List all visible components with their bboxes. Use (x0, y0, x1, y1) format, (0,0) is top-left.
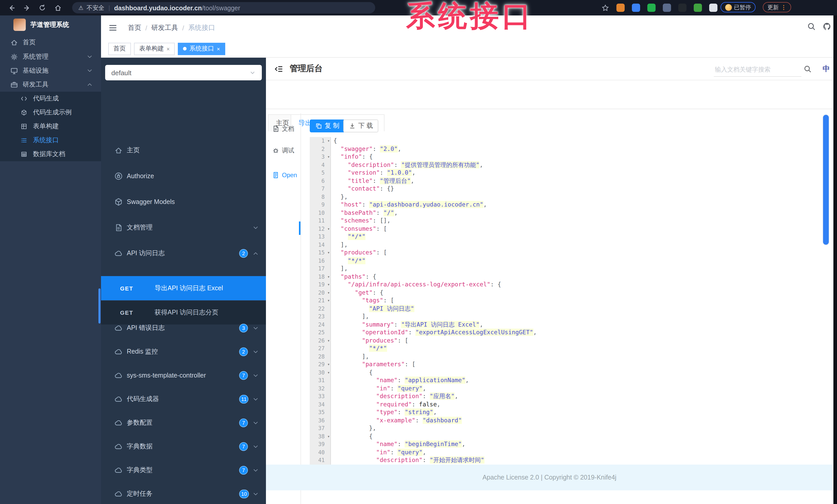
fold-caret-icon[interactable]: ▾ (327, 289, 330, 297)
ext-dark-gh[interactable] (678, 4, 687, 12)
swagger-item-2[interactable]: Swagger Models (101, 192, 266, 212)
code-line: "tags": [ (334, 297, 828, 305)
swagger-item-9[interactable]: sys-sms-template-controller7 (101, 365, 266, 386)
fold-caret-icon[interactable]: ▾ (327, 360, 330, 369)
address-bar[interactable]: ⚠ 不安全 | dashboard.yudao.iocoder.cn/tool/… (72, 2, 375, 13)
swagger-item-3[interactable]: 文档管理 (101, 217, 266, 238)
line-number: 12▾ (310, 225, 331, 233)
ext-light-star[interactable] (709, 4, 717, 12)
editor-gutter: 1▾23▾456789101112▾131415▾161718▾19▾20▾21… (310, 137, 331, 465)
tag-表单构建[interactable]: 表单构建× (134, 42, 175, 55)
breadcrumb-item[interactable]: 研发工具 (151, 23, 178, 33)
collapse-menu-icon[interactable] (274, 64, 283, 74)
fold-caret-icon[interactable]: ▾ (327, 337, 330, 344)
sidebar-scrollbar[interactable] (99, 288, 101, 323)
ext-slate-puzzle[interactable] (663, 4, 671, 12)
token-s: "dashboard" (423, 416, 462, 424)
fold-caret-icon[interactable]: ▾ (327, 137, 330, 145)
sidebar-subitem-1[interactable]: 代码生成示例 (0, 106, 101, 119)
doc-search-input[interactable] (714, 63, 801, 77)
hamburger-icon[interactable] (108, 23, 118, 33)
count-badge: 7 (239, 442, 248, 451)
sidebar-item-2[interactable]: 基础设施 (0, 63, 101, 77)
swagger-item-14[interactable]: 定时任务10 (101, 484, 266, 504)
sidebar-item-3[interactable]: 研发工具 (0, 77, 101, 91)
back-icon[interactable] (6, 3, 17, 13)
ext-blue-drop[interactable] (632, 4, 640, 12)
language-toggle-icon[interactable]: 中 (823, 64, 830, 74)
doc-nav-调试[interactable]: 调试 (266, 144, 300, 156)
json-editor[interactable]: 1▾23▾456789101112▾131415▾161718▾19▾20▾21… (310, 137, 833, 465)
swagger-item-13[interactable]: 字典类型7 (101, 460, 266, 481)
sidebar-subitem-label: 数据库文档 (33, 150, 65, 158)
sidebar-item-label: 基础设施 (23, 66, 49, 75)
swagger-item-1[interactable]: Authorize (101, 166, 266, 186)
fold-caret-icon[interactable]: ▾ (327, 225, 330, 233)
search-icon[interactable] (807, 22, 816, 32)
swagger-item-8[interactable]: Redis 监控2 (101, 341, 266, 362)
close-icon[interactable]: × (166, 45, 170, 52)
swagger-item-0[interactable]: 主页 (101, 140, 266, 161)
swagger-item-4[interactable]: API 访问日志2 (101, 243, 266, 264)
bookmark-star-icon[interactable] (600, 3, 610, 13)
ext-green-circle[interactable] (647, 4, 656, 12)
home-icon[interactable] (53, 3, 63, 13)
sidebar-item-label: 研发工具 (23, 80, 49, 89)
fold-caret-icon[interactable]: ▾ (327, 369, 330, 376)
page-scrollbar[interactable] (823, 114, 829, 245)
swagger-item-12[interactable]: 字典数据7 (101, 436, 266, 457)
download-button[interactable]: 下 载 (343, 119, 378, 132)
swagger-item-10[interactable]: 代码生成器11 (101, 389, 266, 410)
sidebar-subitem-4[interactable]: 数据库文档 (0, 147, 101, 161)
reload-icon[interactable] (37, 3, 48, 13)
fold-caret-icon[interactable]: ▾ (327, 249, 330, 257)
token-k: "produces" (341, 249, 376, 256)
sidebar-subitem-3[interactable]: 系统接口 (0, 133, 101, 147)
sidebar-item-1[interactable]: 系统管理 (0, 50, 101, 63)
ext-orange[interactable] (617, 4, 625, 12)
close-icon[interactable]: × (217, 45, 220, 52)
code-line: "contact": {} (334, 185, 828, 193)
breadcrumb-item[interactable]: 首页 (128, 23, 141, 33)
fold-caret-icon[interactable]: ▾ (327, 153, 330, 161)
sidebar-item-home[interactable]: 首页 (0, 36, 101, 50)
token-k: "required" (376, 400, 412, 408)
paused-extension-button[interactable]: 已暂停 (720, 2, 755, 12)
doc-search-icon[interactable] (803, 65, 812, 73)
fold-caret-icon[interactable]: ▾ (327, 273, 330, 281)
doc-nav-Open[interactable]: Open (266, 169, 300, 181)
forward-icon[interactable] (22, 3, 32, 13)
api-endpoint-5[interactable]: GET导出API 访问日志 Excel (101, 276, 266, 300)
code-line: ], (334, 265, 828, 273)
home-icon (114, 146, 123, 154)
update-browser-button[interactable]: 更新 ⋮ (763, 2, 791, 12)
github-icon[interactable] (823, 22, 832, 32)
tag-首页[interactable]: 首页 (108, 42, 131, 55)
doc-nav-label: 文档 (282, 125, 294, 133)
app-logo[interactable]: 芋道管理系统 (0, 16, 101, 34)
count-badge: 2 (239, 348, 248, 356)
tag-系统接口[interactable]: 系统接口× (178, 42, 225, 55)
fold-caret-icon[interactable]: ▾ (327, 432, 330, 441)
code-line: { (334, 369, 828, 376)
sidebar-subitem-0[interactable]: 代码生成 (0, 92, 101, 106)
code-line: "*/*" (334, 257, 828, 265)
token-p: ], (362, 353, 369, 360)
line-number: 23 (310, 313, 331, 321)
line-number: 30▾ (310, 369, 331, 376)
sidebar-subitem-2[interactable]: 表单构建 (0, 119, 101, 133)
fold-caret-icon[interactable]: ▾ (327, 281, 330, 289)
window-edge (833, 16, 837, 504)
swagger-item-7[interactable]: API 错误日志3 (101, 318, 266, 338)
group-select[interactable]: default (105, 65, 262, 80)
fold-caret-icon[interactable]: ▾ (327, 297, 330, 305)
line-number: 37 (310, 425, 331, 432)
copy-button[interactable]: 复 制 (310, 119, 345, 132)
ext-green-alien[interactable] (694, 4, 702, 12)
swagger-item-11[interactable]: 参数配置7 (101, 413, 266, 433)
token-p: , (423, 385, 426, 392)
token-p: ], (362, 313, 369, 320)
doc-nav-文档[interactable]: 文档 (266, 123, 300, 135)
http-method: GET (120, 285, 133, 292)
cube-icon (21, 109, 28, 116)
